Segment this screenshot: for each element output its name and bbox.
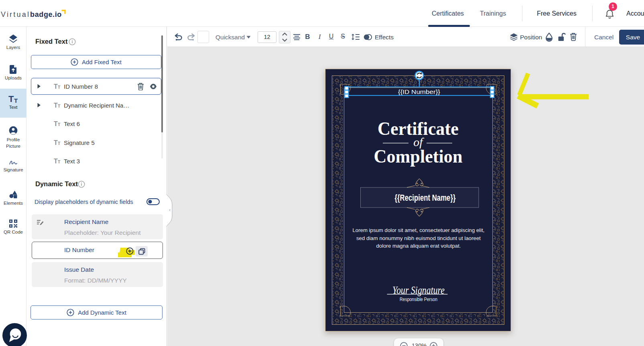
svg-text:sed diam nonummy nibh euismod: sed diam nonummy nibh euismod tincidunt … [356, 235, 481, 241]
svg-text:Completion: Completion [374, 146, 463, 167]
svg-text:{{Recipient Name}}: {{Recipient Name}} [395, 193, 456, 203]
svg-text:dolore magna aliquam erat volu: dolore magna aliquam erat volutpat. [376, 243, 461, 249]
svg-text:Responsible Person: Responsible Person [400, 297, 437, 302]
svg-text:Lorem ipsum dolor sit amet, co: Lorem ipsum dolor sit amet, consectetuer… [353, 227, 485, 233]
svg-text:{{ID Number}}: {{ID Number}} [398, 88, 440, 95]
